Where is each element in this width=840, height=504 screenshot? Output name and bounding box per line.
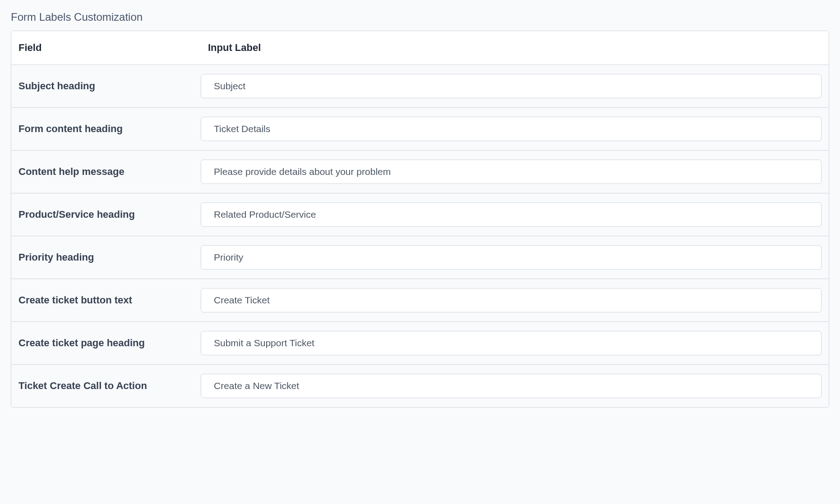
table-row: Priority heading — [11, 236, 829, 279]
field-label: Form content heading — [18, 123, 123, 135]
field-label: Content help message — [18, 166, 125, 178]
field-label: Ticket Create Call to Action — [18, 380, 147, 392]
table-header: Field Input Label — [11, 31, 829, 65]
field-label: Priority heading — [18, 252, 94, 263]
column-header-field: Field — [18, 42, 42, 54]
priority-heading-input[interactable] — [201, 245, 822, 270]
form-labels-table: Field Input Label Subject heading Form c… — [11, 31, 829, 408]
page-title: Form Labels Customization — [11, 11, 829, 23]
column-header-input-label: Input Label — [208, 42, 261, 54]
form-content-heading-input[interactable] — [201, 117, 822, 141]
table-row: Subject heading — [11, 65, 829, 108]
subject-heading-input[interactable] — [201, 74, 822, 98]
create-ticket-page-heading-input[interactable] — [201, 331, 822, 355]
product-service-heading-input[interactable] — [201, 202, 822, 227]
field-label: Create ticket button text — [18, 294, 132, 306]
table-row: Create ticket page heading — [11, 322, 829, 365]
ticket-create-cta-input[interactable] — [201, 374, 822, 398]
table-row: Content help message — [11, 151, 829, 193]
table-row: Product/Service heading — [11, 193, 829, 236]
create-ticket-button-text-input[interactable] — [201, 288, 822, 312]
content-help-message-input[interactable] — [201, 160, 822, 184]
field-label: Product/Service heading — [18, 209, 135, 220]
field-label: Subject heading — [18, 80, 95, 92]
field-label: Create ticket page heading — [18, 337, 145, 349]
table-row: Form content heading — [11, 108, 829, 151]
table-row: Ticket Create Call to Action — [11, 365, 829, 407]
table-row: Create ticket button text — [11, 279, 829, 322]
